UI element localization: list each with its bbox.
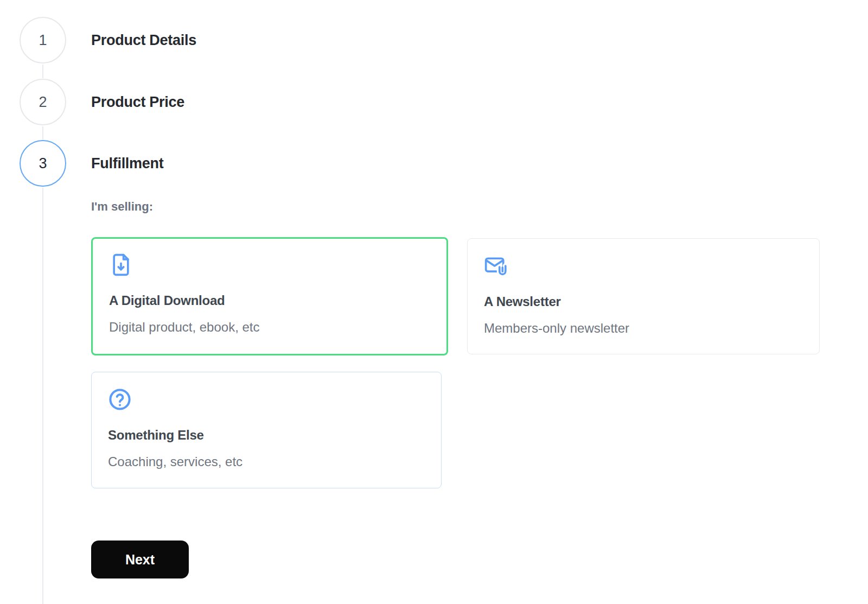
- step-circle-3-active[interactable]: 3: [20, 140, 66, 187]
- step-circle-2[interactable]: 2: [20, 79, 66, 125]
- option-card-something-else[interactable]: Something Else Coaching, services, etc: [91, 372, 442, 488]
- stepper-connector-line: [42, 126, 43, 139]
- step-item-fulfillment[interactable]: Fulfillment: [91, 140, 164, 187]
- option-title: Something Else: [108, 428, 425, 443]
- stepper-connector-line: [42, 65, 43, 78]
- step-label: Fulfillment: [91, 155, 164, 172]
- file-download-icon: [109, 253, 133, 277]
- option-card-digital-download[interactable]: A Digital Download Digital product, eboo…: [91, 237, 448, 355]
- option-description: Digital product, ebook, etc: [109, 320, 430, 335]
- step-label: Product Price: [91, 94, 184, 111]
- option-card-newsletter[interactable]: A Newsletter Members-only newsletter: [467, 238, 820, 354]
- help-circle-icon: [108, 387, 132, 411]
- mail-attachment-icon: [484, 254, 508, 278]
- option-title: A Newsletter: [484, 294, 803, 309]
- option-description: Coaching, services, etc: [108, 454, 425, 469]
- next-button[interactable]: Next: [91, 541, 189, 578]
- option-title: A Digital Download: [109, 293, 430, 308]
- step-number: 1: [39, 32, 47, 49]
- step-number: 2: [39, 94, 47, 111]
- step-label: Product Details: [91, 32, 196, 49]
- step-item-product-price[interactable]: Product Price: [91, 79, 184, 125]
- stepper-connector-line: [42, 188, 43, 604]
- selling-prompt-label: I'm selling:: [91, 200, 153, 214]
- option-description: Members-only newsletter: [484, 321, 803, 336]
- step-number: 3: [39, 155, 47, 172]
- step-circle-1[interactable]: 1: [20, 17, 66, 63]
- product-wizard-page: 1 Product Details 2 Product Price 3 Fulf…: [0, 0, 868, 604]
- step-item-product-details[interactable]: Product Details: [91, 17, 196, 63]
